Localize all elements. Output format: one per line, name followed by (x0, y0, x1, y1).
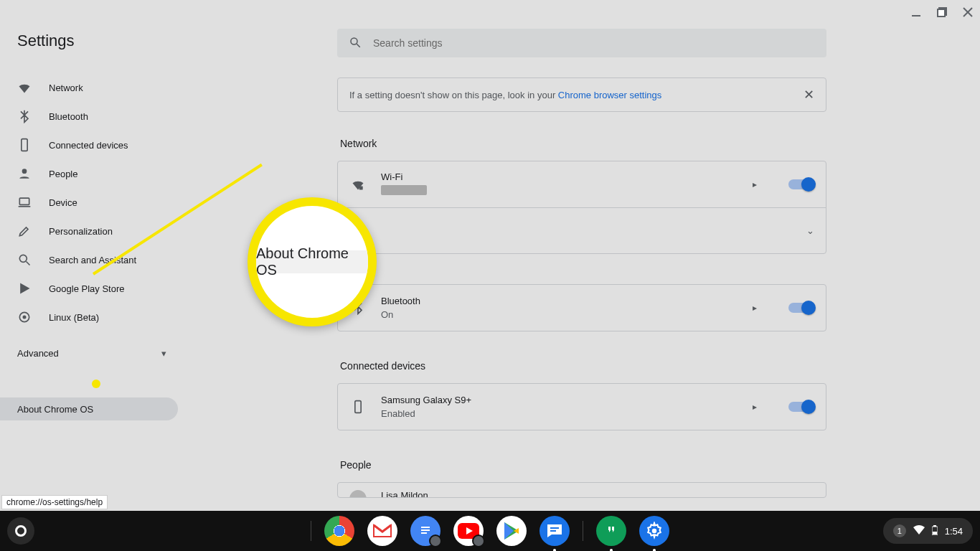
wifi-row[interactable]: Wi-Fi ▸ (338, 161, 826, 207)
svg-point-9 (19, 255, 27, 262)
banner-text: If a setting doesn't show on this page, … (349, 90, 661, 100)
svg-point-12 (23, 316, 27, 319)
main-content: If a setting doesn't show on this page, … (184, 0, 980, 511)
sidebar-item-connected-devices[interactable]: Connected devices (0, 131, 184, 159)
banner-close-button[interactable]: ✕ (804, 87, 814, 103)
shelf-app-chrome[interactable] (324, 516, 354, 546)
svg-point-6 (22, 169, 27, 174)
search-input[interactable] (373, 37, 815, 49)
sidebar-item-label: Google Play Store (49, 283, 125, 294)
sidebar-advanced[interactable]: Advanced ▾ (0, 336, 184, 370)
search-icon (349, 36, 362, 51)
laptop-icon (17, 195, 32, 209)
sidebar-item-label: Personalization (49, 226, 113, 237)
wifi-label: Wi-Fi (381, 171, 728, 182)
svg-line-14 (357, 44, 360, 47)
search-icon (17, 253, 32, 267)
sidebar-item-label: Bluetooth (49, 111, 88, 122)
sidebar-item-bluetooth[interactable]: Bluetooth (0, 102, 184, 131)
people-name: Lisa Mildon (381, 490, 814, 497)
shelf-app-settings[interactable] (639, 516, 669, 546)
avatar (349, 490, 367, 497)
sidebar-item-network[interactable]: Network (0, 73, 184, 102)
svg-line-10 (27, 262, 30, 265)
sidebar-item-device[interactable]: Device (0, 188, 184, 217)
wifi-lock-icon (349, 177, 367, 192)
shelf: 1 1:54 (0, 511, 980, 551)
tray-battery-icon (932, 525, 938, 537)
shelf-app-messages[interactable] (540, 516, 570, 546)
sidebar-item-label: Device (49, 197, 77, 208)
bluetooth-row[interactable]: Bluetooth On ▸ (338, 285, 826, 331)
url-tooltip: chrome://os-settings/help (1, 495, 108, 509)
connected-devices-card: Samsung Galaxy S9+ Enabled ▸ (337, 383, 826, 430)
sidebar-item-linux[interactable]: Linux (Beta) (0, 303, 184, 331)
page-title: Settings (0, 32, 184, 73)
chevron-down-icon: ▾ (161, 348, 166, 359)
shelf-separator (583, 521, 583, 541)
tray-wifi-icon (913, 525, 925, 537)
wifi-ssid-redacted (381, 185, 427, 195)
network-expand-row[interactable]: ⌄ (338, 207, 826, 253)
connected-device-row[interactable]: Samsung Galaxy S9+ Enabled ▸ (338, 384, 826, 430)
connected-device-toggle[interactable] (788, 402, 814, 412)
shelf-separator (311, 521, 311, 541)
arrow-right-icon: ▸ (743, 402, 767, 412)
svg-rect-5 (22, 139, 27, 151)
sidebar-item-search-assistant[interactable]: Search and Assistant (0, 245, 184, 274)
svg-rect-27 (933, 532, 937, 534)
person-icon (17, 166, 32, 181)
people-row[interactable]: Lisa Mildon (338, 483, 826, 497)
section-title-people: People (337, 459, 826, 482)
sidebar-item-personalization[interactable]: Personalization (0, 217, 184, 245)
shelf-app-play-store[interactable] (496, 516, 527, 546)
shelf-app-youtube[interactable] (453, 516, 484, 546)
sidebar-advanced-label: Advanced (17, 348, 59, 359)
bluetooth-icon (17, 109, 32, 123)
bluetooth-card: Bluetooth On ▸ (337, 284, 826, 331)
people-card: Lisa Mildon (337, 482, 826, 498)
minimize-button[interactable] (908, 4, 924, 20)
sidebar-about-chrome-os[interactable]: About Chrome OS (0, 397, 178, 420)
sidebar-item-label: Search and Assistant (49, 255, 136, 265)
svg-rect-18 (421, 527, 430, 528)
bluetooth-toggle[interactable] (788, 303, 814, 313)
connected-device-name: Samsung Galaxy S9+ (381, 395, 728, 405)
close-button[interactable] (960, 4, 976, 20)
play-icon (17, 281, 32, 296)
sidebar-item-label: Linux (Beta) (49, 312, 99, 323)
search-bar[interactable] (337, 29, 826, 57)
restore-button[interactable] (934, 4, 950, 20)
arrow-right-icon: ▸ (743, 303, 767, 313)
svg-rect-20 (421, 532, 427, 534)
bluetooth-label: Bluetooth (381, 296, 728, 306)
system-tray[interactable]: 1 1:54 (883, 518, 973, 544)
shelf-app-docs[interactable] (410, 516, 440, 546)
sidebar-item-label: Network (49, 83, 83, 93)
wifi-icon (17, 80, 32, 95)
sidebar-about-label: About Chrome OS (17, 404, 93, 415)
browser-settings-link[interactable]: Chrome browser settings (558, 90, 662, 100)
svg-rect-26 (933, 525, 936, 527)
sidebar-item-label: People (49, 169, 77, 179)
shelf-app-hangouts[interactable] (596, 516, 626, 546)
bluetooth-status: On (381, 309, 728, 320)
smartphone-icon (17, 138, 32, 152)
sidebar-item-label: Connected devices (49, 140, 128, 151)
svg-rect-19 (421, 529, 430, 531)
svg-rect-16 (355, 401, 361, 413)
info-banner: If a setting doesn't show on this page, … (337, 77, 826, 112)
svg-point-13 (351, 38, 357, 44)
tray-time: 1:54 (945, 526, 963, 537)
wifi-toggle[interactable] (788, 179, 814, 189)
shelf-app-gmail[interactable] (367, 516, 397, 546)
sidebar-item-people[interactable]: People (0, 159, 184, 188)
chevron-down-icon: ⌄ (806, 225, 814, 236)
section-title-network: Network (337, 138, 826, 161)
bluetooth-icon (349, 301, 367, 315)
launcher-button[interactable] (7, 517, 34, 545)
sidebar-item-play-store[interactable]: Google Play Store (0, 274, 184, 303)
connected-device-status: Enabled (381, 408, 728, 419)
brush-icon (17, 224, 32, 238)
linux-icon (17, 310, 32, 324)
